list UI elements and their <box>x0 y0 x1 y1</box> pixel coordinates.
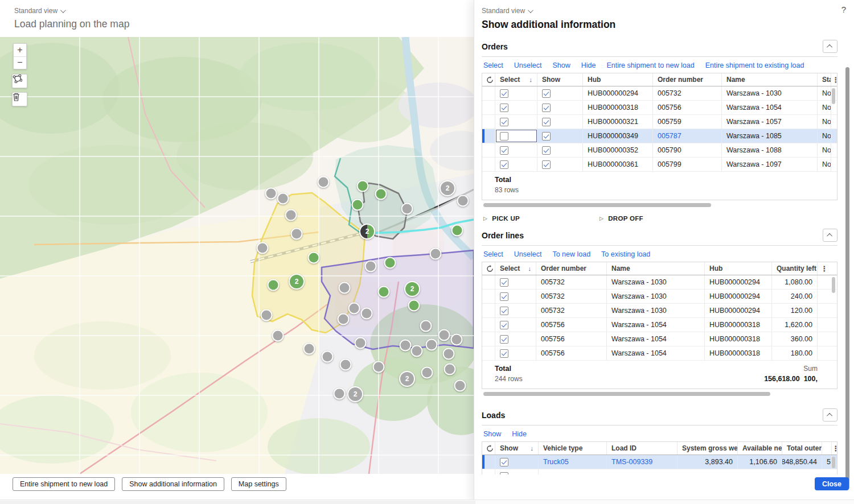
load-show-checkbox-cell[interactable] <box>495 455 539 469</box>
load-show-checkbox[interactable] <box>500 472 508 475</box>
load-id-cell[interactable]: TMS-009339 <box>607 455 678 469</box>
order-select-checkbox-cell[interactable] <box>495 101 537 114</box>
loads-grid-vertical-scrollbar[interactable] <box>832 457 835 468</box>
order-marker-green[interactable] <box>378 286 390 298</box>
order-marker-gray[interactable] <box>272 330 284 342</box>
order-lines-collapse-button[interactable] <box>823 229 837 242</box>
map-canvas[interactable]: 222222 + − <box>0 37 474 474</box>
dropoff-expander[interactable]: ▷ DROP OFF <box>600 215 716 222</box>
orders-col-status[interactable]: Statu <box>818 73 831 86</box>
order-marker-gray[interactable] <box>411 345 423 357</box>
orders-horizontal-scrollbar[interactable] <box>482 203 837 207</box>
order-marker-gray[interactable] <box>291 228 303 240</box>
order-marker-gray[interactable] <box>421 367 433 379</box>
table-row[interactable]: HUB000000318005756Warszawa - 1054Not <box>482 101 837 115</box>
order-marker-gray[interactable] <box>401 203 413 215</box>
order-show-checkbox[interactable] <box>542 160 551 169</box>
order-show-checkbox[interactable] <box>542 146 551 155</box>
order-marker-gray[interactable] <box>438 329 450 341</box>
order-line-select-checkbox-cell[interactable] <box>495 304 536 317</box>
orders-select-link[interactable]: Select <box>483 61 503 69</box>
order-marker-gray[interactable] <box>457 195 469 207</box>
pickup-expander[interactable]: ▷ PICK UP <box>483 215 600 222</box>
order-lines-select-link[interactable]: Select <box>483 250 503 258</box>
order-line-select-checkbox[interactable] <box>500 307 508 315</box>
zoom-in-button[interactable]: + <box>14 44 26 57</box>
order-show-checkbox[interactable] <box>542 104 551 112</box>
map-settings-button[interactable]: Map settings <box>231 477 286 491</box>
order-lines-to-existing-load-link[interactable]: To existing load <box>601 250 650 258</box>
order-marker-green[interactable] <box>308 252 320 264</box>
order-number-cell[interactable]: 005787 <box>653 129 722 143</box>
orders-more-options-icon[interactable]: ⋮ <box>831 73 840 86</box>
orders-unselect-link[interactable]: Unselect <box>514 61 542 69</box>
cluster-marker-green[interactable]: 2 <box>404 281 420 297</box>
order-lines-col-quantity[interactable]: Quantity left t... <box>772 262 818 275</box>
order-marker-green[interactable] <box>408 300 420 312</box>
panel-view-selector[interactable]: Standard view <box>482 7 837 15</box>
order-show-checkbox-cell[interactable] <box>537 129 583 143</box>
orders-refresh-button[interactable] <box>485 73 495 86</box>
order-lines-refresh-button[interactable] <box>485 262 495 275</box>
order-lines-col-name[interactable]: Name <box>607 262 705 275</box>
orders-shipment-existing-load-link[interactable]: Entire shipment to existing load <box>705 61 804 69</box>
order-lines-col-select[interactable]: Select↓ <box>495 262 536 275</box>
close-button[interactable]: Close <box>815 477 849 490</box>
loads-col-load-id[interactable]: Load ID <box>607 442 678 455</box>
orders-collapse-button[interactable] <box>823 40 837 53</box>
loads-col-vehicle-type[interactable]: Vehicle type <box>539 442 607 455</box>
order-select-checkbox[interactable] <box>500 89 508 98</box>
order-lines-col-order-number[interactable]: Order number <box>536 262 607 275</box>
order-marker-gray[interactable] <box>400 340 412 352</box>
table-row[interactable]: 005756Warszawa - 1054HUB000000318360.00 <box>482 332 837 346</box>
order-marker-gray[interactable] <box>373 361 385 373</box>
orders-hide-link[interactable]: Hide <box>581 61 596 69</box>
table-row[interactable]: HUB000000349005787Warszawa - 1085Not <box>482 129 837 143</box>
orders-col-name[interactable]: Name <box>722 73 818 86</box>
order-select-checkbox[interactable] <box>500 132 508 141</box>
order-marker-gray[interactable] <box>454 380 466 392</box>
help-icon[interactable]: ? <box>841 5 846 14</box>
order-lines-to-new-load-link[interactable]: To new load <box>552 250 590 258</box>
order-marker-gray[interactable] <box>339 282 351 294</box>
loads-col-available-net[interactable]: Available net ... <box>738 442 782 455</box>
cluster-marker-gray[interactable]: 2 <box>347 386 363 402</box>
load-show-checkbox-cell[interactable] <box>495 469 539 474</box>
order-select-checkbox-cell[interactable] <box>495 158 537 171</box>
order-select-checkbox[interactable] <box>500 104 508 112</box>
entire-shipment-new-load-button[interactable]: Entire shipment to new load <box>13 477 115 491</box>
load-show-checkbox[interactable] <box>500 458 508 466</box>
order-marker-gray[interactable] <box>303 343 315 355</box>
loads-hide-link[interactable]: Hide <box>512 430 527 438</box>
orders-shipment-new-load-link[interactable]: Entire shipment to new load <box>606 61 694 69</box>
order-show-checkbox-cell[interactable] <box>537 158 583 171</box>
orders-col-order-number[interactable]: Order number <box>653 73 722 86</box>
order-lines-col-hub[interactable]: Hub <box>705 262 772 275</box>
cluster-marker-green[interactable]: 2 <box>289 274 305 290</box>
window-horizontal-scrollbar[interactable] <box>0 499 854 504</box>
table-row[interactable]: HUB000000294005732Warszawa - 1030Not <box>482 86 837 101</box>
table-row[interactable]: Truck05TMS-0093393,893.401,106.604,848,8… <box>482 455 837 469</box>
order-show-checkbox-cell[interactable] <box>537 115 583 129</box>
loads-col-total-outer-vol[interactable]: Total outer vol... <box>782 442 822 455</box>
order-select-checkbox[interactable] <box>500 118 508 126</box>
loads-col-show[interactable]: Show↓ <box>495 442 539 455</box>
order-marker-green[interactable] <box>357 180 369 192</box>
table-row[interactable]: HUB000000352005790Warszawa - 1088Not <box>482 143 837 158</box>
orders-col-hub[interactable]: Hub <box>583 73 653 86</box>
order-line-select-checkbox[interactable] <box>500 349 508 358</box>
loads-collapse-button[interactable] <box>823 408 837 422</box>
order-line-select-checkbox-cell[interactable] <box>495 346 536 360</box>
order-marker-green[interactable] <box>451 225 463 237</box>
order-select-checkbox[interactable] <box>500 146 508 155</box>
order-line-select-checkbox-cell[interactable] <box>495 318 536 332</box>
order-lines-horizontal-scrollbar[interactable] <box>482 392 837 396</box>
order-marker-gray[interactable] <box>322 351 334 363</box>
order-marker-gray[interactable] <box>348 303 360 315</box>
order-show-checkbox[interactable] <box>542 132 551 141</box>
order-marker-gray[interactable] <box>365 261 377 272</box>
orders-col-select[interactable]: Select↓ <box>495 73 537 86</box>
table-row[interactable]: HUB000000361005799Warszawa - 1097Not <box>482 158 837 172</box>
order-marker-green[interactable] <box>384 257 396 269</box>
orders-grid-vertical-scrollbar[interactable] <box>832 88 835 104</box>
